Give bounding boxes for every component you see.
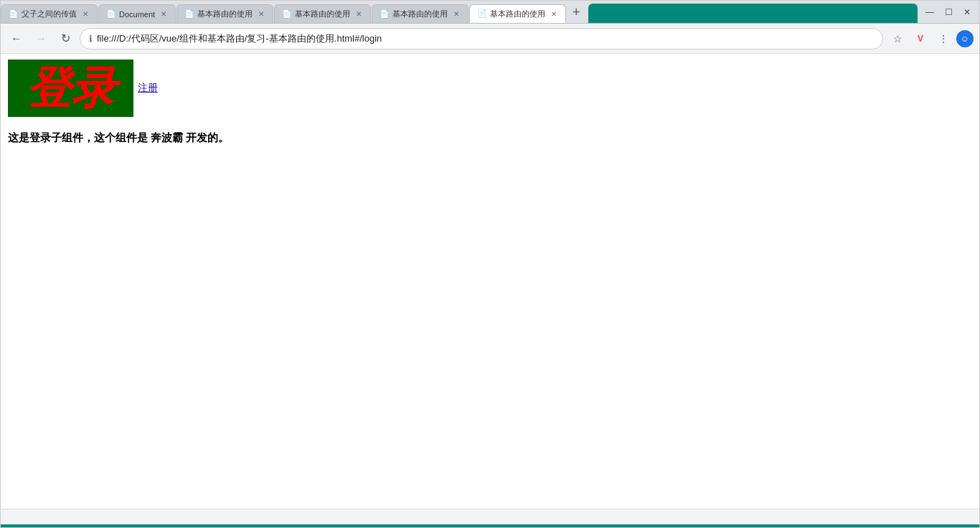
tab-4[interactable]: 📄 基本路由的使用 ✕	[274, 4, 371, 23]
browser-window: 📄 父子之间的传值 ✕ 📄 Document ✕ 📄 基本路由的使用 ✕ 📄 基…	[0, 0, 980, 528]
tab-strip-end	[588, 4, 918, 23]
tab-1-favicon: 📄	[9, 9, 19, 19]
tab-2-label: Document	[119, 10, 155, 19]
menu-button[interactable]: ⋮	[933, 29, 953, 49]
tab-6-close[interactable]: ✕	[548, 8, 560, 19]
tab-2-favicon: 📄	[106, 9, 116, 19]
status-bar	[1, 509, 979, 524]
tab-3-favicon: 📄	[184, 9, 194, 19]
profile-avatar[interactable]: ☺	[956, 30, 974, 47]
bookmarks-star-button[interactable]: ☆	[887, 29, 908, 49]
login-logo-text: 登录	[27, 66, 116, 110]
minimize-button[interactable]: —	[923, 6, 936, 19]
reload-button[interactable]: ↻	[55, 29, 75, 49]
register-link[interactable]: 注册	[138, 82, 158, 95]
toolbar: ← → ↻ ℹ file:///D:/代码区/vue/组件和基本路由/复习-基本…	[1, 24, 979, 54]
tab-2-close[interactable]: ✕	[158, 9, 169, 20]
window-controls: — ☐ ✕	[918, 1, 979, 23]
tab-1[interactable]: 📄 父子之间的传值 ✕	[1, 4, 98, 23]
login-header: 登录 注册	[8, 60, 972, 117]
tab-1-label: 父子之间的传值	[22, 9, 77, 19]
tab-2[interactable]: 📄 Document ✕	[98, 4, 176, 23]
tab-3[interactable]: 📄 基本路由的使用 ✕	[176, 4, 273, 23]
tab-4-label: 基本路由的使用	[295, 9, 350, 19]
info-icon: ℹ	[89, 34, 93, 44]
tab-3-label: 基本路由的使用	[197, 9, 253, 19]
tabs-area: 📄 父子之间的传值 ✕ 📄 Document ✕ 📄 基本路由的使用 ✕ 📄 基…	[1, 1, 918, 23]
toolbar-right: ☆ V ⋮ ☺	[887, 29, 974, 49]
component-description: 这是登录子组件，这个组件是 奔波霸 开发的。	[8, 131, 972, 145]
tab-6-favicon: 📄	[477, 9, 487, 19]
vivaldi-button[interactable]: V	[910, 29, 930, 49]
page-content: 登录 注册 这是登录子组件，这个组件是 奔波霸 开发的。	[1, 54, 979, 509]
close-button[interactable]: ✕	[961, 6, 974, 19]
tab-6-label: 基本路由的使用	[490, 9, 545, 19]
tab-3-close[interactable]: ✕	[255, 9, 267, 20]
bottom-stripe	[1, 524, 979, 527]
tab-1-close[interactable]: ✕	[80, 9, 91, 20]
tab-5-close[interactable]: ✕	[451, 9, 462, 20]
maximize-button[interactable]: ☐	[942, 6, 955, 19]
page-inner: 登录 注册 这是登录子组件，这个组件是 奔波霸 开发的。	[1, 54, 979, 151]
tab-6[interactable]: 📄 基本路由的使用 ✕	[469, 4, 566, 23]
login-logo: 登录	[8, 60, 133, 117]
url-text: file:///D:/代码区/vue/组件和基本路由/复习-基本路由的使用.ht…	[97, 32, 874, 45]
tab-5-label: 基本路由的使用	[392, 9, 448, 19]
title-bar: 📄 父子之间的传值 ✕ 📄 Document ✕ 📄 基本路由的使用 ✕ 📄 基…	[1, 1, 979, 24]
forward-button[interactable]: →	[31, 29, 51, 49]
tab-5-favicon: 📄	[380, 9, 390, 19]
tab-5[interactable]: 📄 基本路由的使用 ✕	[372, 4, 468, 23]
address-bar[interactable]: ℹ file:///D:/代码区/vue/组件和基本路由/复习-基本路由的使用.…	[80, 28, 883, 50]
tab-4-favicon: 📄	[282, 9, 292, 19]
back-button[interactable]: ←	[6, 29, 27, 49]
tab-4-close[interactable]: ✕	[353, 9, 364, 20]
new-tab-button[interactable]: +	[567, 3, 585, 22]
